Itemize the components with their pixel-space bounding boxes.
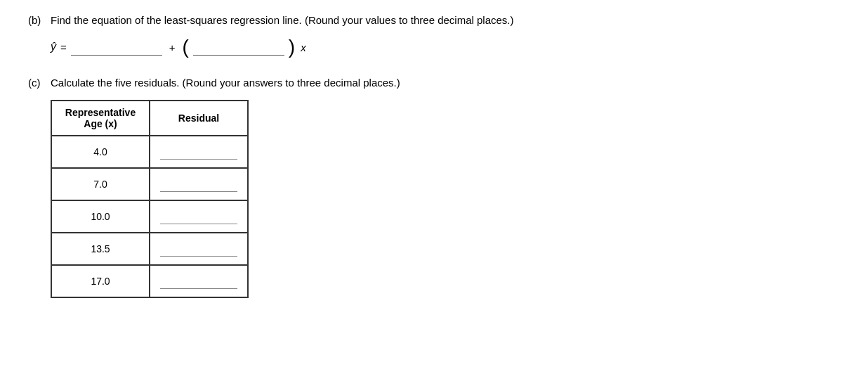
section-c-text: Calculate the five residuals. (Round you…: [51, 77, 400, 89]
table-header-row: Representative Age (x) Residual: [51, 101, 248, 136]
age-cell-1: 7.0: [51, 168, 150, 200]
col-residual-header: Residual: [150, 101, 248, 136]
yhat-symbol: ŷ: [51, 41, 56, 53]
residual-cell-1[interactable]: [150, 168, 248, 200]
residual-input-3[interactable]: [160, 241, 237, 257]
residual-cell-0[interactable]: [150, 136, 248, 168]
age-cell-2: 10.0: [51, 200, 150, 233]
age-cell-3: 13.5: [51, 233, 150, 265]
equals-sign: =: [60, 41, 67, 53]
residual-cell-4[interactable]: [150, 265, 248, 297]
left-paren: (: [183, 37, 189, 57]
residual-input-1[interactable]: [160, 176, 237, 192]
residual-cell-2[interactable]: [150, 200, 248, 233]
age-cell-4: 17.0: [51, 265, 150, 297]
residual-input-4[interactable]: [160, 273, 237, 289]
section-c: (c) Calculate the five residuals. (Round…: [28, 77, 840, 298]
residual-input-2[interactable]: [160, 209, 237, 224]
residuals-table: Representative Age (x) Residual 4.07.010…: [51, 100, 249, 298]
x-variable: x: [301, 41, 306, 53]
table-row: 4.0: [51, 136, 248, 168]
section-c-label: (c): [28, 77, 44, 89]
section-c-header: (c) Calculate the five residuals. (Round…: [28, 77, 840, 89]
section-b: (b) Find the equation of the least-squar…: [28, 14, 840, 57]
right-paren: ): [289, 37, 295, 57]
slope-input[interactable]: [193, 39, 284, 56]
section-b-text: Find the equation of the least-squares r…: [51, 14, 514, 26]
col-age-header-line2: Age (x): [84, 118, 117, 129]
residual-input-0[interactable]: [160, 144, 237, 160]
age-cell-0: 4.0: [51, 136, 150, 168]
col-age-header: Representative Age (x): [51, 101, 150, 136]
table-row: 7.0: [51, 168, 248, 200]
table-row: 13.5: [51, 233, 248, 265]
col-age-header-line1: Representative: [65, 107, 136, 118]
equation-row: ŷ = + ( ) x: [51, 37, 840, 57]
table-row: 10.0: [51, 200, 248, 233]
table-row: 17.0: [51, 265, 248, 297]
section-b-header: (b) Find the equation of the least-squar…: [28, 14, 840, 26]
section-b-label: (b): [28, 14, 44, 26]
intercept-input[interactable]: [71, 39, 162, 56]
residual-cell-3[interactable]: [150, 233, 248, 265]
plus-sign: +: [169, 41, 176, 53]
